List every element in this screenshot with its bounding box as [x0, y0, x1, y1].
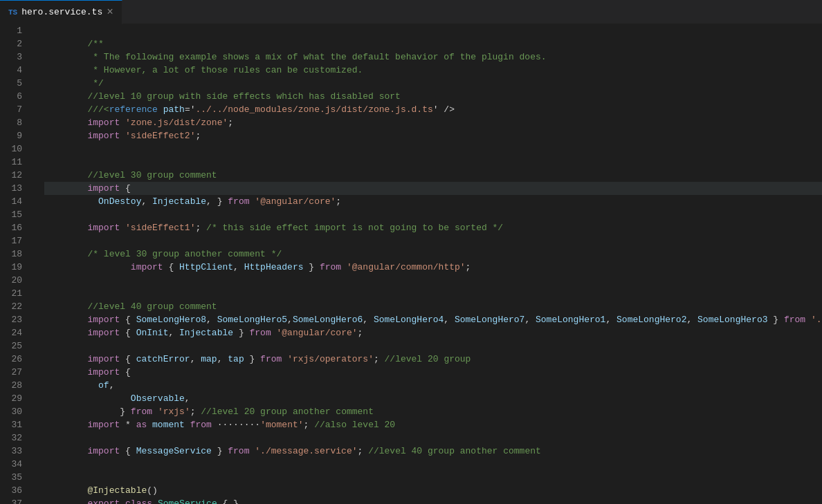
- line-num-22: 22: [0, 300, 22, 313]
- line-num-2: 2: [0, 37, 22, 50]
- code-line-21: //level 40 group comment: [44, 287, 822, 300]
- code-line-36: export class SomeService { }: [44, 484, 822, 497]
- line-num-7: 7: [0, 103, 22, 116]
- line-num-13: 13: [0, 182, 22, 195]
- line-num-36: 36: [0, 484, 22, 497]
- line-num-15: 15: [0, 208, 22, 221]
- line-num-33: 33: [0, 445, 22, 458]
- code-line-17: /* level 30 group another comment */: [44, 234, 822, 248]
- line-num-6: 6: [0, 90, 22, 103]
- line-num-21: 21: [0, 287, 22, 300]
- code-line-10: [44, 142, 822, 156]
- line-num-26: 26: [0, 353, 22, 366]
- line-num-3: 3: [0, 50, 22, 64]
- line-num-8: 8: [0, 116, 22, 129]
- code-line-13: OnDestoy, Injectable, } from '@angular/c…: [44, 182, 822, 195]
- line-numbers: 1 2 3 4 5 6 7 8 9 10 11 12 13 14 15 16 1…: [0, 24, 33, 504]
- code-line-2: * The following example shows a mix of w…: [44, 37, 822, 50]
- code-line-28: Observable,: [44, 379, 822, 392]
- line-num-5: 5: [0, 77, 22, 90]
- line-num-37: 37: [0, 497, 22, 504]
- line-num-30: 30: [0, 405, 22, 418]
- code-line-25: import { catchError, map, tap } from 'rx…: [44, 339, 822, 353]
- code-line-20: [44, 274, 822, 287]
- code-line-15: import 'sideEffect1'; /* this side effec…: [44, 208, 822, 221]
- code-line-5: //level 10 group with side effects which…: [44, 77, 822, 90]
- code-line-11: //level 30 group comment: [44, 156, 822, 169]
- line-num-23: 23: [0, 313, 22, 326]
- editor-window: TS hero.service.ts × 1 2 3 4 5 6 7 8 9 1…: [0, 0, 822, 504]
- line-num-35: 35: [0, 471, 22, 484]
- code-line-27: of,: [44, 366, 822, 379]
- tab-label: hero.service.ts: [21, 7, 102, 17]
- typescript-icon: TS: [8, 8, 17, 17]
- line-num-16: 16: [0, 221, 22, 234]
- line-num-9: 9: [0, 129, 22, 142]
- line-num-29: 29: [0, 392, 22, 405]
- line-num-28: 28: [0, 379, 22, 392]
- line-num-31: 31: [0, 418, 22, 431]
- line-num-24: 24: [0, 326, 22, 339]
- line-num-18: 18: [0, 248, 22, 261]
- line-num-19: 19: [0, 261, 22, 274]
- line-num-27: 27: [0, 366, 22, 379]
- line-num-10: 10: [0, 142, 22, 156]
- line-num-20: 20: [0, 274, 22, 287]
- line-num-11: 11: [0, 156, 22, 169]
- code-line-34: [44, 458, 822, 471]
- line-num-1: 1: [0, 24, 22, 37]
- line-num-17: 17: [0, 234, 22, 248]
- line-num-25: 25: [0, 339, 22, 353]
- code-line-32: import { MessageService } from './messag…: [44, 431, 822, 445]
- line-num-14: 14: [0, 195, 22, 208]
- line-num-4: 4: [0, 64, 22, 77]
- tab-bar: TS hero.service.ts ×: [0, 0, 822, 24]
- line-num-34: 34: [0, 458, 22, 471]
- close-icon[interactable]: ×: [107, 7, 113, 18]
- editor-container: 1 2 3 4 5 6 7 8 9 10 11 12 13 14 15 16 1…: [0, 24, 822, 504]
- line-num-32: 32: [0, 431, 22, 445]
- code-line-1: /**: [44, 24, 822, 37]
- line-num-12: 12: [0, 169, 22, 182]
- tab-hero-service[interactable]: TS hero.service.ts ×: [0, 0, 122, 24]
- code-area[interactable]: /** * The following example shows a mix …: [33, 24, 822, 504]
- code-line-35: @Injectable(): [44, 471, 822, 484]
